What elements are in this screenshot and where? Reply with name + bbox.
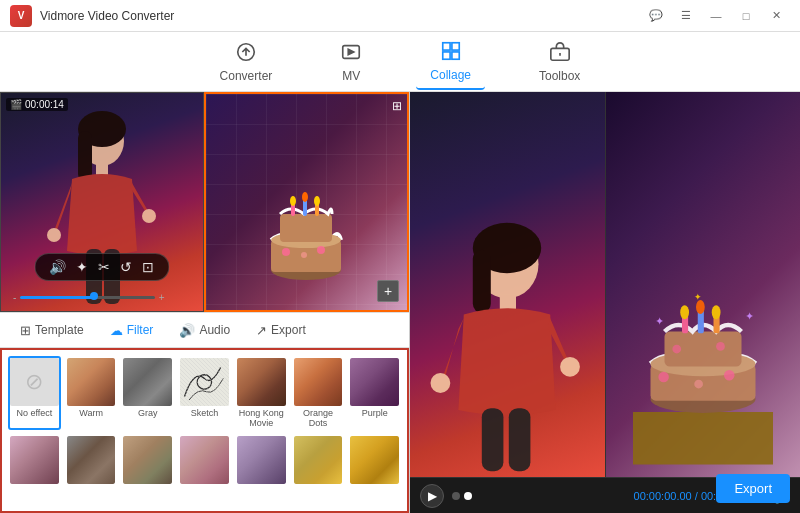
preview-area: ✦ ✦ ✦ [410, 92, 800, 477]
nav-tabs: Converter MV Collage [0, 32, 800, 92]
minimize-button[interactable]: — [702, 5, 730, 27]
filter-thumb-no-effect: ⊘ [10, 358, 59, 406]
filter-sketch[interactable]: Sketch [178, 356, 231, 430]
time-separator: / [695, 490, 698, 502]
svg-text:✦: ✦ [745, 310, 754, 322]
volume-slider-wrap: - + [13, 292, 165, 303]
clip-2-add-button[interactable]: + [377, 280, 399, 302]
filter-thumb-r4 [180, 436, 229, 484]
scissors-ctrl-icon[interactable]: ✂ [98, 259, 110, 275]
tab-collage-label: Collage [430, 68, 471, 82]
title-bar-left: V Vidmore Video Converter [10, 5, 174, 27]
svg-point-23 [290, 196, 296, 206]
svg-text:✦: ✦ [655, 315, 664, 327]
preview-left [410, 92, 605, 477]
filter-thumb-warm [67, 358, 116, 406]
export-toolbar-button[interactable]: ↗ Export [246, 320, 316, 341]
audio-label: Audio [199, 323, 230, 337]
progress-dots [452, 492, 472, 500]
dot-2[interactable] [464, 492, 472, 500]
copy-ctrl-icon[interactable]: ⊡ [142, 259, 154, 275]
maximize-button[interactable]: □ [732, 5, 760, 27]
filter-r6[interactable] [292, 434, 345, 486]
filter-r2[interactable] [65, 434, 118, 486]
template-icon: ⊞ [20, 323, 31, 338]
template-button[interactable]: ⊞ Template [10, 320, 94, 341]
preview-cake: ✦ ✦ ✦ [633, 287, 773, 467]
filter-no-effect[interactable]: ⊘ No effect [8, 356, 61, 430]
audio-icon: 🔊 [179, 323, 195, 338]
filter-r1[interactable] [8, 434, 61, 486]
filter-button[interactable]: ☁ Filter [100, 320, 164, 341]
collage-icon [440, 40, 462, 65]
clips-area: 🎬 00:00:14 🔊 ✦ ✂ ↺ ⊡ - [0, 92, 409, 312]
svg-point-29 [197, 375, 211, 389]
export-icon: ↗ [256, 323, 267, 338]
filter-thumb-r2 [67, 436, 116, 484]
tab-toolbox[interactable]: Toolbox [525, 35, 594, 89]
filter-label-orange: Orange Dots [294, 408, 343, 428]
svg-point-47 [696, 300, 705, 314]
svg-text:✦: ✦ [694, 292, 702, 302]
tab-mv-label: MV [342, 69, 360, 83]
play-button[interactable]: ▶ [420, 484, 444, 508]
close-button[interactable]: ✕ [762, 5, 790, 27]
svg-point-51 [694, 380, 703, 389]
filter-purple[interactable]: Purple [348, 356, 401, 430]
chat-button[interactable]: 💬 [642, 5, 670, 27]
filter-label-sketch: Sketch [191, 408, 219, 418]
volume-ctrl-icon[interactable]: 🔊 [49, 259, 66, 275]
filter-thumb-r6 [294, 436, 343, 484]
svg-point-28 [301, 252, 307, 258]
cake-visual [266, 190, 346, 290]
filter-r4[interactable] [178, 434, 231, 486]
effects-ctrl-icon[interactable]: ✦ [76, 259, 88, 275]
svg-point-53 [716, 342, 725, 351]
export-button[interactable]: Export [716, 474, 790, 503]
preview-right: ✦ ✦ ✦ [605, 92, 801, 477]
filter-grid-row1: ⊘ No effect Warm Gray [8, 356, 401, 430]
filter-r5[interactable] [235, 434, 288, 486]
filter-thumb-hk [237, 358, 286, 406]
svg-point-13 [142, 209, 156, 223]
svg-point-35 [560, 357, 580, 377]
svg-rect-19 [280, 214, 332, 242]
tab-collage[interactable]: Collage [416, 34, 485, 90]
filter-hk[interactable]: Hong Kong Movie [235, 356, 288, 430]
audio-button[interactable]: 🔊 Audio [169, 320, 240, 341]
filter-thumb-r1 [10, 436, 59, 484]
app-title: Vidmore Video Converter [40, 9, 174, 23]
svg-rect-3 [452, 42, 459, 49]
filter-label: Filter [127, 323, 154, 337]
svg-rect-36 [482, 408, 504, 471]
volume-fill [20, 296, 94, 299]
svg-point-12 [47, 228, 61, 242]
clip-2[interactable]: ⊞ + [204, 92, 410, 312]
filter-thumb-purple [350, 358, 399, 406]
menu-button[interactable]: ☰ [672, 5, 700, 27]
preview-girl [417, 217, 597, 477]
clip-2-video: ⊞ + [206, 94, 408, 310]
tab-mv[interactable]: MV [326, 35, 376, 89]
tab-converter[interactable]: Converter [206, 35, 287, 89]
svg-point-50 [724, 370, 735, 381]
app-logo: V [10, 5, 32, 27]
filter-orange[interactable]: Orange Dots [292, 356, 345, 430]
svg-rect-37 [509, 408, 531, 471]
svg-rect-32 [473, 250, 491, 313]
dot-1[interactable] [452, 492, 460, 500]
filter-warm[interactable]: Warm [65, 356, 118, 430]
volume-track[interactable] [20, 296, 154, 299]
rotate-ctrl-icon[interactable]: ↺ [120, 259, 132, 275]
svg-rect-38 [633, 412, 773, 465]
filter-thumb-orange [294, 358, 343, 406]
filter-r7[interactable] [348, 434, 401, 486]
filter-gray[interactable]: Gray [121, 356, 174, 430]
clip-1[interactable]: 🎬 00:00:14 🔊 ✦ ✂ ↺ ⊡ - [0, 92, 204, 312]
svg-rect-4 [442, 51, 449, 58]
left-panel: 🎬 00:00:14 🔊 ✦ ✂ ↺ ⊡ - [0, 92, 410, 513]
toolbox-icon [549, 41, 571, 66]
svg-point-25 [314, 196, 320, 206]
svg-point-46 [680, 305, 689, 319]
filter-r3[interactable] [121, 434, 174, 486]
